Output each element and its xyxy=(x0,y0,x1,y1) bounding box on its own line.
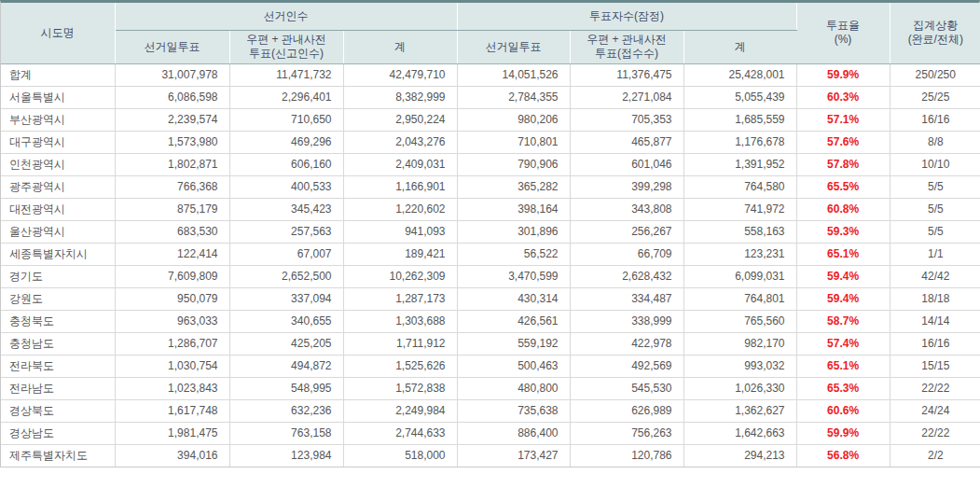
turnout-cell: 57.8% xyxy=(796,153,890,175)
count-cell: 1,685,559 xyxy=(683,108,796,131)
count-cell: 626,989 xyxy=(570,399,683,422)
table-row: 경상북도1,617,748632,2362,249,984735,638626,… xyxy=(1,399,980,422)
status-cell: 16/16 xyxy=(890,332,980,355)
table-row: 합계31,007,97811,471,73242,479,71014,051,5… xyxy=(1,63,980,86)
status-cell: 5/5 xyxy=(890,198,980,220)
count-cell: 2,239,574 xyxy=(115,108,229,131)
count-cell: 25,428,001 xyxy=(683,63,796,86)
count-cell: 338,999 xyxy=(570,310,683,332)
count-cell: 950,079 xyxy=(115,287,229,310)
count-cell: 756,263 xyxy=(570,422,683,444)
region-name-cell: 광주광역시 xyxy=(1,175,115,198)
count-cell: 399,298 xyxy=(570,175,683,198)
status-cell: 18/18 xyxy=(890,287,980,310)
count-cell: 1,287,173 xyxy=(343,287,457,310)
count-cell: 1,617,748 xyxy=(115,399,229,422)
turnout-cell: 59.9% xyxy=(796,63,890,86)
status-cell: 22/22 xyxy=(890,377,980,399)
count-cell: 764,801 xyxy=(683,287,796,310)
turnout-cell: 65.1% xyxy=(796,355,890,377)
count-cell: 764,580 xyxy=(683,175,796,198)
count-cell: 257,563 xyxy=(229,220,343,243)
turnout-cell: 58.7% xyxy=(796,310,890,332)
count-cell: 1,030,754 xyxy=(115,355,229,377)
region-name-cell: 제주특별자치도 xyxy=(1,444,115,467)
table-row: 전라북도1,030,754494,8721,525,626500,463492,… xyxy=(1,355,980,377)
count-cell: 334,487 xyxy=(570,287,683,310)
count-cell: 790,906 xyxy=(457,153,570,175)
count-cell: 886,400 xyxy=(457,422,570,444)
status-cell: 8/8 xyxy=(890,131,980,153)
count-cell: 1,391,952 xyxy=(683,153,796,175)
count-cell: 425,205 xyxy=(229,332,343,355)
status-cell: 10/10 xyxy=(890,153,980,175)
count-cell: 1,573,980 xyxy=(115,131,229,153)
status-cell: 42/42 xyxy=(890,265,980,287)
region-name-cell: 세종특별자치시 xyxy=(1,243,115,265)
status-cell: 5/5 xyxy=(890,175,980,198)
region-name-cell: 서울특별시 xyxy=(1,86,115,108)
count-cell: 518,000 xyxy=(343,444,457,467)
turnout-cell: 65.3% xyxy=(796,377,890,399)
table-row: 강원도950,079337,0941,287,173430,314334,487… xyxy=(1,287,980,310)
count-cell: 980,206 xyxy=(457,108,570,131)
count-cell: 10,262,309 xyxy=(343,265,457,287)
table-row: 울산광역시683,530257,563941,093301,896256,267… xyxy=(1,220,980,243)
count-cell: 6,099,031 xyxy=(683,265,796,287)
count-cell: 2,296,401 xyxy=(229,86,343,108)
col-header-turnout: 투표율 (%) xyxy=(796,3,890,63)
table-row: 세종특별자치시122,41467,007189,42156,52266,7091… xyxy=(1,243,980,265)
region-name-cell: 경상남도 xyxy=(1,422,115,444)
count-cell: 7,609,809 xyxy=(115,265,229,287)
count-cell: 601,046 xyxy=(570,153,683,175)
status-cell: 16/16 xyxy=(890,108,980,131)
count-cell: 345,423 xyxy=(229,198,343,220)
count-cell: 66,709 xyxy=(570,243,683,265)
status-cell: 24/24 xyxy=(890,399,980,422)
count-cell: 6,086,598 xyxy=(115,86,229,108)
turnout-cell: 57.4% xyxy=(796,332,890,355)
count-cell: 480,800 xyxy=(457,377,570,399)
count-cell: 2,628,432 xyxy=(570,265,683,287)
count-cell: 766,368 xyxy=(115,175,229,198)
turnout-cell: 59.3% xyxy=(796,220,890,243)
region-name-cell: 전라남도 xyxy=(1,377,115,399)
count-cell: 735,638 xyxy=(457,399,570,422)
count-cell: 1,220,602 xyxy=(343,198,457,220)
region-name-cell: 강원도 xyxy=(1,287,115,310)
region-name-cell: 전라북도 xyxy=(1,355,115,377)
count-cell: 301,896 xyxy=(457,220,570,243)
region-name-cell: 충청남도 xyxy=(1,332,115,355)
table-row: 충청남도1,286,707425,2051,711,912559,192422,… xyxy=(1,332,980,355)
count-cell: 5,055,439 xyxy=(683,86,796,108)
table-row: 인천광역시1,802,871606,1602,409,031790,906601… xyxy=(1,153,980,175)
count-cell: 2,271,084 xyxy=(570,86,683,108)
turnout-cell: 60.3% xyxy=(796,86,890,108)
count-cell: 548,995 xyxy=(229,377,343,399)
count-cell: 2,784,355 xyxy=(457,86,570,108)
count-cell: 67,007 xyxy=(229,243,343,265)
col-header-sido: 시도명 xyxy=(1,3,115,63)
region-name-cell: 경상북도 xyxy=(1,399,115,422)
count-cell: 256,267 xyxy=(570,220,683,243)
count-cell: 705,353 xyxy=(570,108,683,131)
col-group-voters: 투표자수(잠정) xyxy=(457,3,796,30)
table-row: 경상남도1,981,475763,1582,744,633886,400756,… xyxy=(1,422,980,444)
count-cell: 426,561 xyxy=(457,310,570,332)
count-cell: 31,007,978 xyxy=(115,63,229,86)
count-cell: 430,314 xyxy=(457,287,570,310)
col-header-electors-election-day: 선거일투표 xyxy=(115,30,229,63)
count-cell: 741,972 xyxy=(683,198,796,220)
region-name-cell: 대구광역시 xyxy=(1,131,115,153)
region-name-cell: 부산광역시 xyxy=(1,108,115,131)
status-cell: 15/15 xyxy=(890,355,980,377)
count-cell: 500,463 xyxy=(457,355,570,377)
turnout-cell: 60.8% xyxy=(796,198,890,220)
region-name-cell: 충청북도 xyxy=(1,310,115,332)
status-cell: 1/1 xyxy=(890,243,980,265)
col-header-voters-total: 계 xyxy=(683,30,796,63)
count-cell: 14,051,526 xyxy=(457,63,570,86)
col-header-voters-election-day: 선거일투표 xyxy=(457,30,570,63)
col-header-voters-mail-early: 우편 + 관내사전 투표(접수수) xyxy=(570,30,683,63)
count-cell: 494,872 xyxy=(229,355,343,377)
